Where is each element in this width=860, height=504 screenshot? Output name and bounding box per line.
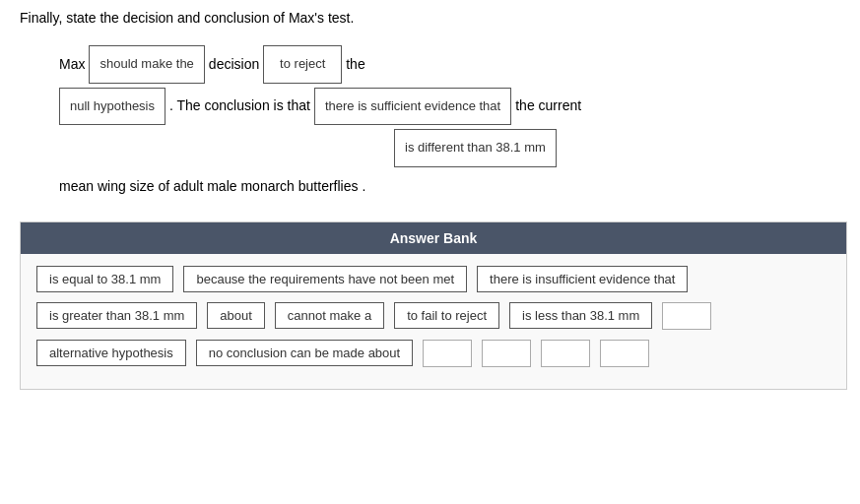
answer-box-4[interactable]: there is sufficient evidence that	[314, 88, 511, 126]
answer-box-1[interactable]: should make the	[89, 45, 204, 84]
max-label: Max	[59, 49, 85, 80]
bank-empty-3	[482, 340, 531, 367]
bank-row-1: is equal to 38.1 mm because the requirem…	[36, 266, 830, 292]
answer-bank-body: is equal to 38.1 mm because the requirem…	[21, 254, 846, 389]
suffix-label: mean wing size of adult male monarch but…	[59, 171, 358, 202]
bank-item-fail-reject[interactable]: to fail to reject	[394, 302, 499, 329]
bank-item-greater[interactable]: is greater than 38.1 mm	[36, 302, 197, 329]
period2: .	[362, 171, 365, 202]
bank-item-cannot[interactable]: cannot make a	[275, 302, 384, 329]
bank-item-alt-hypothesis[interactable]: alternative hypothesis	[36, 340, 186, 366]
bank-row-3: alternative hypothesis no conclusion can…	[36, 340, 830, 367]
bank-empty-1	[662, 302, 711, 330]
bank-item-insufficient[interactable]: there is insufficient evidence that	[477, 266, 688, 292]
bank-item-less[interactable]: is less than 38.1 mm	[509, 302, 652, 329]
the-label: the	[346, 49, 364, 80]
answer-box-5[interactable]: is different than 38.1 mm	[394, 129, 557, 167]
period-conclusion: . The conclusion is that	[169, 91, 310, 121]
bank-row-2: is greater than 38.1 mm about cannot mak…	[36, 302, 830, 330]
bank-item-requirements[interactable]: because the requirements have not been m…	[183, 266, 467, 292]
bank-empty-5	[600, 340, 649, 367]
bank-item-equal[interactable]: is equal to 38.1 mm	[36, 266, 173, 292]
sentence-line-2: null hypothesis . The conclusion is that…	[59, 88, 840, 126]
answer-bank: Answer Bank is equal to 38.1 mm because …	[20, 221, 847, 390]
decision-label: decision	[209, 49, 259, 80]
bank-empty-4	[541, 340, 590, 367]
sentence-line-4: mean wing size of adult male monarch but…	[59, 171, 840, 202]
the-current-label: the current	[515, 91, 581, 121]
sentence-line-1: Max should make the decision to reject t…	[59, 45, 840, 84]
answer-bank-header: Answer Bank	[21, 222, 846, 254]
intro-text: Finally, state the decision and conclusi…	[20, 10, 840, 26]
sentence-area: Max should make the decision to reject t…	[59, 45, 840, 202]
bank-item-about[interactable]: about	[207, 302, 265, 329]
bank-item-no-conclusion[interactable]: no conclusion can be made about	[196, 340, 413, 366]
answer-box-2[interactable]: to reject	[263, 45, 342, 84]
sentence-line-3: is different than 38.1 mm	[59, 129, 840, 167]
answer-box-3[interactable]: null hypothesis	[59, 88, 165, 126]
bank-empty-2	[423, 340, 472, 367]
